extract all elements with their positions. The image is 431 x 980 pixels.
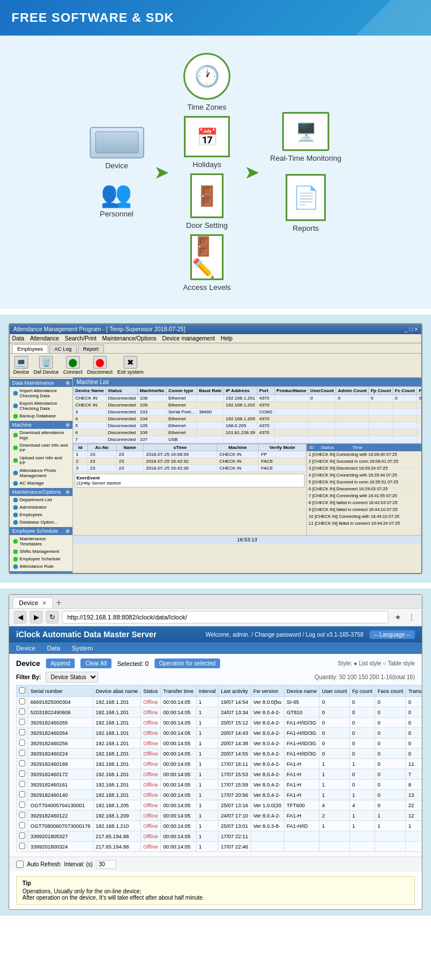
tab-aclog[interactable]: AC Log <box>49 344 77 353</box>
forward-button[interactable]: ▶ <box>30 611 43 623</box>
app-sidebar: Data Maintenance ⊗ Import Attendance Che… <box>10 378 73 573</box>
exit-icon: ✖ <box>124 356 137 369</box>
holidays-label: Holidays <box>193 160 221 169</box>
sidebar-admin[interactable]: Administrator <box>10 503 72 511</box>
append-button[interactable]: Append <box>46 659 75 668</box>
back-button[interactable]: ◀ <box>14 611 26 623</box>
sidebar-ac-manage[interactable]: AC Manage <box>10 479 72 487</box>
sidebar-upload-user[interactable]: Upload user info and FP <box>10 454 72 467</box>
sidebar-import-attendance[interactable]: Import Attendance Checking Data <box>10 387 72 400</box>
new-tab-button[interactable]: + <box>53 598 65 608</box>
toolbar-del-device[interactable]: 🗑️ Del Device <box>34 356 59 375</box>
toolbar-device[interactable]: 💻 Device <box>13 356 29 375</box>
auto-refresh-checkbox[interactable] <box>16 861 24 868</box>
iclock-table-row[interactable]: OGT704005704130001 192.168.1.205 Offline… <box>17 800 423 811</box>
operation-button[interactable]: Operation for selected <box>155 659 220 668</box>
device-icon <box>90 127 144 158</box>
col-status: Status <box>141 685 161 697</box>
iclock-table-row[interactable]: 3399201800324 217.65.194.88 Offline 00:0… <box>17 842 423 852</box>
iclock-table-row[interactable]: 3929182460189 192.168.1.201 Offline 00:0… <box>17 759 423 769</box>
refresh-button[interactable]: ↻ <box>46 611 59 623</box>
attendance-app-window: Attendance Management Program - [ Temp-S… <box>9 323 422 574</box>
machine-table-row[interactable]: 4 Disconnected 104 Ethernet 192.168.1.20… <box>74 416 422 423</box>
toolbar-connect[interactable]: ⬤ Connect <box>63 356 83 375</box>
language-button[interactable]: -- Language -- <box>370 630 415 639</box>
machine-table-row[interactable]: 5 Disconnected 105 Ethernet 168.0.205 43… <box>74 423 422 429</box>
select-all-checkbox[interactable] <box>19 687 25 694</box>
iclock-table-row[interactable]: 3929182460140 192.168.1.201 Offline 00:0… <box>17 790 423 800</box>
sidebar-timetables[interactable]: Maintenance Timetables <box>10 535 72 548</box>
exec-event-box: ExecEvent (1)Http Server started <box>75 474 305 487</box>
iclock-table-row[interactable]: 3929182460122 192.168.1.209 Offline 00:0… <box>17 811 423 821</box>
log-table-row[interactable]: 1 23 23 2018-07-25 16:08:39 CHECK IN FP <box>74 451 306 458</box>
menu-help[interactable]: Help <box>221 335 233 342</box>
arrow-1: ➤ <box>154 163 170 181</box>
iclock-table-row[interactable]: 3929182460224 192.168.1.201 Offline 00:0… <box>17 749 423 759</box>
access-icon: 🚪✏️ <box>190 234 224 280</box>
event-item: 2 [CHECK IN] Succeed in conn 16:08:41 07… <box>307 458 421 465</box>
filter-select[interactable]: Device Status <box>45 672 98 683</box>
sidebar-backup[interactable]: Backup Database <box>10 412 72 420</box>
toolbar-exit[interactable]: ✖ Exit system <box>117 356 144 375</box>
tab-report[interactable]: Report <box>78 344 104 353</box>
iclock-table-row[interactable]: 3929182460256 192.168.1.201 Offline 00:0… <box>17 738 423 749</box>
sidebar-maintenance-options[interactable]: Maintenance/Options ⊗ <box>10 488 72 496</box>
col-interval: Interval <box>196 685 218 697</box>
sidebar-employees[interactable]: Employees <box>10 511 72 518</box>
list-style-label[interactable]: List style <box>359 660 381 667</box>
clear-all-button[interactable]: Clear All <box>80 659 111 668</box>
iclock-table-row[interactable]: 3929182460172 192.168.1.201 Offline 00:0… <box>17 769 423 780</box>
machine-table-row[interactable]: CHECK IN Disconnected 109 Ethernet 192.1… <box>74 402 422 409</box>
sidebar-photo-mgmt[interactable]: Attendance Photo Management <box>10 467 72 479</box>
toolbar-device-label: Device <box>13 369 29 375</box>
device-label: Device <box>105 161 128 170</box>
header-banner: FREE SOFTWARE & SDK <box>0 0 431 36</box>
iclock-table-row[interactable]: 3399201805327 217.65.194.88 Offline 00:0… <box>17 831 423 842</box>
tab-close-icon[interactable]: ✕ <box>42 600 47 606</box>
iclock-table-row[interactable]: OGT70800607073000176 192.168.1.210 Offli… <box>17 821 423 831</box>
toolbar-disconnect[interactable]: ⬤ Disconnect <box>87 356 113 375</box>
interval-input[interactable] <box>96 860 116 869</box>
menu-device[interactable]: Device management <box>162 335 215 342</box>
sidebar-emp-schedule[interactable]: Employee Schedule <box>10 555 72 563</box>
machine-table-row[interactable]: 7 Disconnected 107 USB 3204 <box>74 436 422 443</box>
table-style-label[interactable]: Table style <box>388 660 415 667</box>
sidebar-machine[interactable]: Machine ⊗ <box>10 421 72 429</box>
sidebar-export-attendance[interactable]: Export Attendance Checking Data <box>10 400 72 412</box>
tab-employees[interactable]: Employees <box>12 344 48 353</box>
menu-icon[interactable]: ⋮ <box>406 611 417 623</box>
tip-box: Tip Operations, Usually only for the on-… <box>16 876 415 905</box>
nav-device[interactable]: Device <box>16 645 36 652</box>
sidebar-download-logs[interactable]: Download attendance logs <box>10 429 72 441</box>
machine-table-row[interactable]: 6 Disconnected 106 Ethernet 101.81.228.3… <box>74 429 422 436</box>
bookmark-icon[interactable]: ★ <box>392 611 403 623</box>
sidebar-door-manage[interactable]: Door manage ⊗ <box>10 571 72 573</box>
device-box: Device <box>90 127 144 170</box>
device-section-title: Device <box>16 659 40 668</box>
menu-maintenance[interactable]: Maintenance/Options <box>102 335 157 342</box>
sidebar-dept-list[interactable]: Department List <box>10 496 72 503</box>
iclock-table-row[interactable]: 52031822490606 192.168.1.201 Offline 00:… <box>17 707 423 718</box>
header-title: FREE SOFTWARE & SDK <box>11 10 420 25</box>
sidebar-employee-schedule[interactable]: Employee Schedule ⊗ <box>10 527 72 535</box>
nav-system[interactable]: System <box>72 645 93 652</box>
sidebar-data-maintenance[interactable]: Data Maintenance ⊗ <box>10 379 72 387</box>
log-table-row[interactable]: 3 23 23 2018-07-25 16:42:36 CHECK IN FAC… <box>74 465 306 472</box>
machine-table-row[interactable]: 3 Disconnected 103 Serial Port/... 38400… <box>74 409 422 416</box>
machine-table-row[interactable]: CHECK IN Disconnected 108 Ethernet 192.1… <box>74 395 422 402</box>
menu-data[interactable]: Data <box>12 335 24 342</box>
iclock-table-row[interactable]: 66691825000304 192.168.1.201 Offline 00:… <box>17 697 423 707</box>
iclock-table-row[interactable]: 3929182460264 192.168.1.201 Offline 00:0… <box>17 728 423 738</box>
iclock-table-row[interactable]: 3929182460265 192.168.1.201 Offline 00:0… <box>17 718 423 728</box>
menu-attendance[interactable]: Attendance <box>30 335 59 342</box>
url-bar[interactable] <box>62 611 388 623</box>
browser-tab-device[interactable]: Device ✕ <box>13 597 53 608</box>
log-table-row[interactable]: 2 23 23 2018-07-25 16:42:32 CHECK IN FAC… <box>74 458 306 465</box>
sidebar-attendance-rule[interactable]: Attendance Rule <box>10 563 72 570</box>
nav-data[interactable]: Data <box>47 645 60 652</box>
iclock-table-row[interactable]: 3929182460161 192.168.1.201 Offline 00:0… <box>17 780 423 790</box>
sidebar-shifts[interactable]: Shifts Management <box>10 548 72 555</box>
sidebar-download-user[interactable]: Download user info and FP <box>10 441 72 454</box>
sidebar-db-option[interactable]: Database Option... <box>10 518 72 526</box>
menu-search[interactable]: Search/Print <box>65 335 97 342</box>
